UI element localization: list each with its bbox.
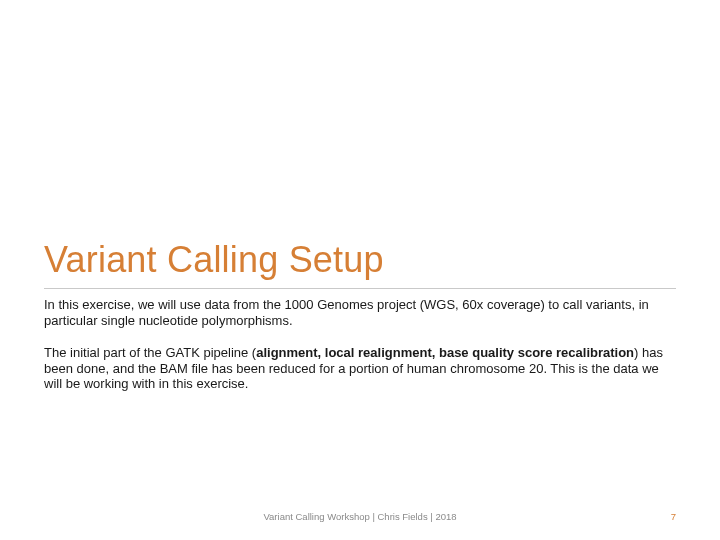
p2-lead: The initial part of the GATK pipeline ( (44, 345, 256, 360)
paragraph-1: In this exercise, we will use data from … (44, 297, 676, 329)
footer: Variant Calling Workshop | Chris Fields … (44, 511, 676, 522)
title-rule (44, 288, 676, 289)
body-text: In this exercise, we will use data from … (44, 297, 676, 408)
p2-bold: alignment, local realignment, base quali… (256, 345, 634, 360)
slide-title: Variant Calling Setup (44, 239, 676, 281)
paragraph-2: The initial part of the GATK pipeline (a… (44, 345, 676, 393)
slide: Variant Calling Setup In this exercise, … (0, 0, 720, 540)
page-number: 7 (671, 511, 676, 522)
footer-text: Variant Calling Workshop | Chris Fields … (263, 511, 456, 522)
